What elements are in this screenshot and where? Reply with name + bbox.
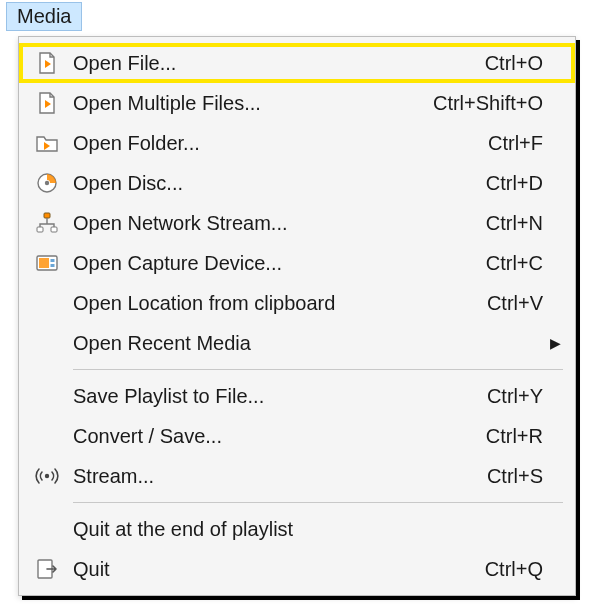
menu-item-label: Quit at the end of playlist [67,518,523,541]
quit-icon [27,557,67,581]
svg-rect-3 [37,227,43,232]
menu-item-label: Open Network Stream... [67,212,466,235]
menu-item-shortcut: Ctrl+V [467,292,543,315]
menu-item-open-folder[interactable]: Open Folder...Ctrl+F [19,123,575,163]
capture-icon [27,251,67,275]
file-play-icon [27,91,67,115]
menu-item-save-playlist-to-file[interactable]: Save Playlist to File...Ctrl+Y [19,376,575,416]
menu-item-quit-at-the-end-of-playlist[interactable]: Quit at the end of playlist [19,509,575,549]
network-icon [27,211,67,235]
menu-item-open-disc[interactable]: Open Disc...Ctrl+D [19,163,575,203]
menu-item-label: Convert / Save... [67,425,466,448]
disc-icon [27,171,67,195]
svg-rect-6 [39,258,49,268]
menu-item-open-file[interactable]: Open File...Ctrl+O [19,43,575,83]
svg-point-9 [45,474,49,478]
menu-item-quit[interactable]: QuitCtrl+Q [19,549,575,589]
menu-item-shortcut: Ctrl+Q [465,558,543,581]
menu-item-shortcut: Ctrl+Y [467,385,543,408]
menu-item-label: Open Location from clipboard [67,292,467,315]
menu-item-label: Open File... [67,52,465,75]
menu-item-label: Open Folder... [67,132,468,155]
menu-item-label: Save Playlist to File... [67,385,467,408]
menu-separator [73,502,563,503]
file-play-icon [27,51,67,75]
svg-rect-8 [51,264,55,267]
menu-item-shortcut: Ctrl+S [467,465,543,488]
folder-play-icon [27,131,67,155]
menu-item-open-location-from-clipboard[interactable]: Open Location from clipboardCtrl+V [19,283,575,323]
menu-item-open-multiple-files[interactable]: Open Multiple Files...Ctrl+Shift+O [19,83,575,123]
menu-item-label: Stream... [67,465,467,488]
media-dropdown: Open File...Ctrl+OOpen Multiple Files...… [18,36,576,596]
submenu-arrow-icon: ▶ [543,335,561,351]
svg-rect-2 [44,213,50,218]
menu-item-open-recent-media[interactable]: Open Recent Media▶ [19,323,575,363]
stream-icon [27,464,67,488]
menu-item-open-network-stream[interactable]: Open Network Stream...Ctrl+N [19,203,575,243]
menu-item-label: Open Recent Media [67,332,523,355]
menu-item-label: Quit [67,558,465,581]
svg-rect-4 [51,227,57,232]
menu-item-stream[interactable]: Stream...Ctrl+S [19,456,575,496]
menu-item-open-capture-device[interactable]: Open Capture Device...Ctrl+C [19,243,575,283]
menu-item-shortcut: Ctrl+C [466,252,543,275]
menubar: Media [0,0,600,31]
menu-item-label: Open Capture Device... [67,252,466,275]
menu-item-shortcut: Ctrl+Shift+O [413,92,543,115]
menu-item-shortcut: Ctrl+D [466,172,543,195]
svg-point-1 [45,181,49,185]
menu-item-label: Open Multiple Files... [67,92,413,115]
menu-item-shortcut: Ctrl+O [465,52,543,75]
menu-item-label: Open Disc... [67,172,466,195]
menu-item-shortcut: Ctrl+F [468,132,543,155]
svg-rect-7 [51,259,55,262]
menu-item-shortcut: Ctrl+R [466,425,543,448]
menu-item-shortcut: Ctrl+N [466,212,543,235]
menu-item-convert-save[interactable]: Convert / Save...Ctrl+R [19,416,575,456]
menu-separator [73,369,563,370]
menu-media[interactable]: Media [6,2,82,31]
